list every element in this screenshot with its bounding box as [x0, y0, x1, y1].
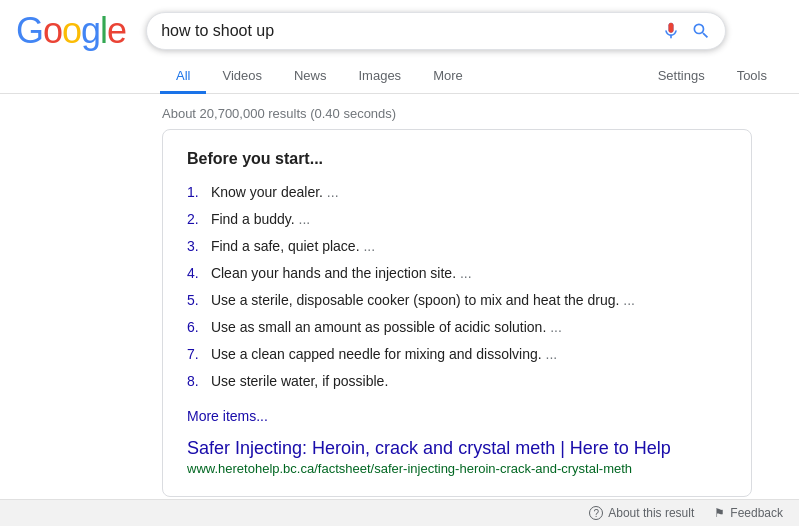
featured-snippet: Before you start... 1. Know your dealer.…: [162, 129, 752, 497]
main-content: Before you start... 1. Know your dealer.…: [0, 129, 799, 497]
search-bar-wrapper: how to shoot up: [146, 12, 726, 50]
search-bar: how to shoot up: [146, 12, 726, 50]
tab-tools[interactable]: Tools: [721, 60, 783, 94]
list-item: 5. Use a sterile, disposable cooker (spo…: [187, 290, 727, 311]
search-input[interactable]: how to shoot up: [161, 22, 661, 40]
header: Google how to shoot up: [0, 0, 799, 52]
feedback-label: Feedback: [730, 506, 783, 520]
tab-all[interactable]: All: [160, 60, 206, 94]
nav-left: All Videos News Images More: [160, 60, 642, 93]
list-item: 2. Find a buddy. ...: [187, 209, 727, 230]
more-items-link[interactable]: More items...: [187, 408, 268, 424]
result-link-title[interactable]: Safer Injecting: Heroin, crack and cryst…: [187, 438, 727, 459]
logo-letter-o2: o: [62, 10, 81, 51]
mic-icon[interactable]: [661, 21, 681, 41]
nav-tabs: All Videos News Images More Settings Too…: [0, 52, 799, 94]
search-icon[interactable]: [691, 21, 711, 41]
info-icon: ?: [589, 506, 603, 520]
logo: Google: [16, 10, 126, 52]
nav-right: Settings Tools: [642, 60, 799, 93]
feedback-button[interactable]: ⚑ Feedback: [714, 506, 783, 520]
logo-letter-g: G: [16, 10, 43, 51]
results-count: About 20,700,000 results (0.40 seconds): [0, 94, 799, 129]
feedback-icon: ⚑: [714, 506, 725, 520]
snippet-title: Before you start...: [187, 150, 727, 168]
tab-settings[interactable]: Settings: [642, 60, 721, 94]
about-this-result[interactable]: ? About this result: [589, 506, 694, 520]
list-item: 4. Clean your hands and the injection si…: [187, 263, 727, 284]
tab-news[interactable]: News: [278, 60, 343, 94]
list-item: 3. Find a safe, quiet place. ...: [187, 236, 727, 257]
tab-images[interactable]: Images: [342, 60, 417, 94]
search-icons: [661, 21, 711, 41]
footer-bar: ? About this result ⚑ Feedback: [0, 499, 799, 526]
list-item: 7. Use a clean capped needle for mixing …: [187, 344, 727, 365]
tab-videos[interactable]: Videos: [206, 60, 278, 94]
snippet-list: 1. Know your dealer. ... 2. Find a buddy…: [187, 182, 727, 392]
list-item: 6. Use as small an amount as possible of…: [187, 317, 727, 338]
tab-more[interactable]: More: [417, 60, 479, 94]
result-url: www.heretohelp.bc.ca/factsheet/safer-inj…: [187, 461, 727, 476]
logo-letter-o1: o: [43, 10, 62, 51]
about-label: About this result: [608, 506, 694, 520]
list-item: 1. Know your dealer. ...: [187, 182, 727, 203]
list-item: 8. Use sterile water, if possible.: [187, 371, 727, 392]
logo-letter-g2: g: [81, 10, 100, 51]
logo-letter-e: e: [107, 10, 126, 51]
